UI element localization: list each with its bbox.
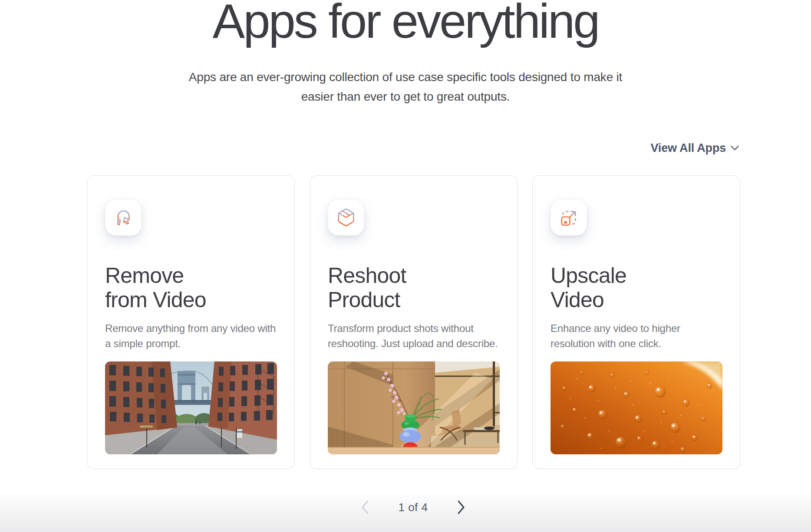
orange-macro-preview-image: [551, 361, 722, 454]
chevron-down-icon: [730, 145, 739, 151]
apps-for-everything-section: Apps for everything Apps are an ever-gro…: [0, 0, 811, 515]
section-title: Apps for everything: [0, 0, 811, 48]
carousel-pagination: 1 of 4: [87, 499, 739, 515]
next-page-button[interactable]: [453, 500, 469, 515]
app-icon-badge: [105, 199, 142, 236]
page-indicator: 1 of 4: [398, 501, 428, 514]
subtitle-line: Apps are an ever-growing collection of u…: [0, 67, 811, 87]
previous-page-button[interactable]: [357, 500, 373, 515]
subtitle-line: easier than ever to get to great outputs…: [0, 87, 811, 106]
card-title: Remove from Video: [105, 263, 277, 312]
street-bridge-preview-image: [105, 361, 277, 454]
card-reshoot-product[interactable]: Reshoot Product Transform product shots …: [310, 175, 518, 469]
card-description: Remove anything from any video with a si…: [105, 321, 277, 351]
view-all-apps-link[interactable]: View All Apps: [651, 141, 739, 155]
section-subtitle: Apps are an ever-growing collection of u…: [0, 67, 811, 106]
apps-cards-row: Remove from Video Remove anything from a…: [87, 175, 739, 469]
vase-interior-preview-image: [328, 361, 500, 454]
card-upscale-video[interactable]: Upscale Video Enhance any video to highe…: [532, 175, 740, 469]
chevron-left-icon: [361, 500, 369, 515]
card-description: Enhance any video to higher resolution w…: [551, 321, 722, 351]
package-box-icon: [336, 207, 356, 227]
app-icon-badge: [551, 199, 587, 236]
chevron-right-icon: [457, 500, 465, 515]
card-remove-from-video[interactable]: Remove from Video Remove anything from a…: [87, 175, 295, 469]
card-title: Reshoot Product: [328, 263, 500, 312]
lasso-cursor-icon: [113, 207, 133, 227]
view-all-apps-label: View All Apps: [651, 141, 726, 155]
card-title: Upscale Video: [551, 263, 722, 312]
upscale-expand-image-icon: [559, 207, 579, 227]
app-icon-badge: [328, 199, 364, 236]
card-description: Transform product shots without reshooti…: [328, 321, 500, 351]
